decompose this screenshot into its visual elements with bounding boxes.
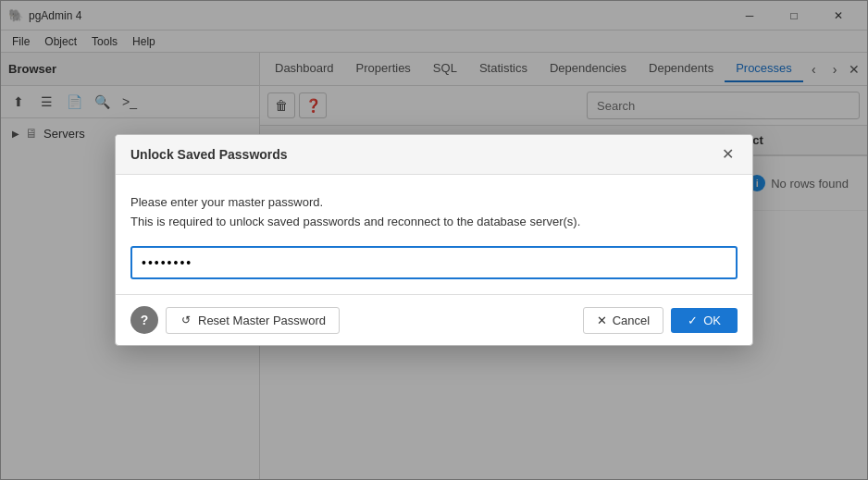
ok-icon: ✓: [688, 314, 698, 327]
cancel-btn-label: Cancel: [613, 314, 650, 327]
cancel-button[interactable]: ✕ Cancel: [583, 307, 663, 334]
modal-description: Please enter your master password. This …: [130, 193, 738, 232]
modal-body: Please enter your master password. This …: [116, 175, 752, 295]
ok-btn-label: OK: [703, 314, 721, 327]
modal-footer: ? ↺ Reset Master Password ✕ Cancel ✓ OK: [116, 294, 752, 345]
cancel-icon: ✕: [597, 314, 607, 327]
reset-btn-label: Reset Master Password: [198, 314, 326, 327]
modal-overlay: Unlock Saved Passwords ✕ Please enter yo…: [0, 0, 868, 480]
ok-button[interactable]: ✓ OK: [671, 308, 738, 333]
modal-header: Unlock Saved Passwords ✕: [116, 135, 752, 175]
modal-help-button[interactable]: ?: [130, 306, 158, 334]
modal-close-button[interactable]: ✕: [717, 144, 738, 165]
reset-master-password-button[interactable]: ↺ Reset Master Password: [166, 307, 340, 334]
modal-description-line1: Please enter your master password.: [130, 193, 738, 213]
master-password-input[interactable]: [130, 246, 738, 279]
reset-icon: ↺: [180, 314, 192, 326]
modal-title: Unlock Saved Passwords: [130, 147, 288, 162]
modal-description-line2: This is required to unlock saved passwor…: [130, 213, 738, 232]
unlock-passwords-modal: Unlock Saved Passwords ✕ Please enter yo…: [115, 134, 753, 347]
